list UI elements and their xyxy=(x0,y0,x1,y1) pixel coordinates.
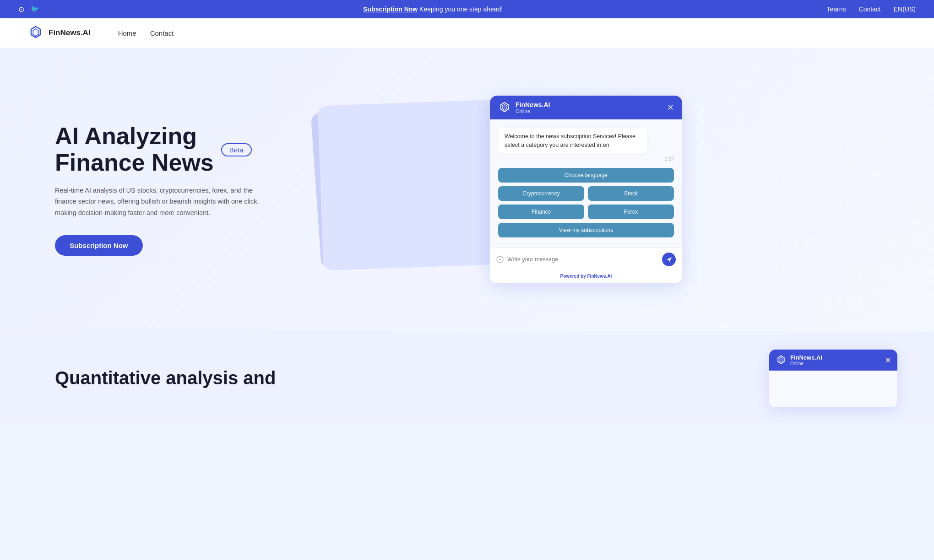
hero-cta-button[interactable]: Subscription Now xyxy=(55,235,143,256)
hero-title-line1: AI Analyzing xyxy=(55,123,214,149)
promo-banner: Subscription Now Keeping you one step ah… xyxy=(39,5,826,13)
chat-title: FinNews.AI xyxy=(516,101,550,108)
top-nav-contact[interactable]: Contact xyxy=(859,5,881,13)
top-nav-teams[interactable]: Tearns xyxy=(826,5,846,13)
chat-btn-subscriptions[interactable]: View my subscriptions xyxy=(498,223,674,237)
chat-mini-body xyxy=(769,371,897,407)
chat-header-left: FinNews.AI Online xyxy=(498,101,550,114)
hero-section: AI Analyzing Finance News Beta Real-time… xyxy=(0,48,934,331)
chat-send-button[interactable] xyxy=(662,253,676,266)
chat-header-mini: FinNews.AI Online ✕ xyxy=(769,350,897,371)
chat-mini-close-button[interactable]: ✕ xyxy=(885,356,891,365)
powered-prefix: Powered by xyxy=(560,274,587,279)
chat-bg-decoration-1 xyxy=(318,99,516,270)
hero-subtitle: Real-time AI analysis of US stocks, cryp… xyxy=(55,185,266,219)
chat-mini-title-block: FinNews.AI Online xyxy=(790,354,822,366)
hero-title-line2: Finance News xyxy=(55,150,214,176)
logo-text: FinNews.AI xyxy=(49,28,91,38)
chat-btn-finance[interactable]: Finance xyxy=(498,205,584,219)
powered-brand: FinNews.AI xyxy=(587,274,612,279)
hero-title-block: AI Analyzing Finance News xyxy=(55,123,214,175)
section2-title-line1: Quantitative analysis and xyxy=(55,368,276,388)
chat-title-block: FinNews.AI Online xyxy=(516,101,550,114)
nav-home[interactable]: Home xyxy=(118,29,136,37)
chat-mini-status: Online xyxy=(790,361,822,366)
chat-logo-icon xyxy=(498,101,511,114)
chat-btn-stock[interactable]: Stock xyxy=(588,186,674,201)
chat-btn-crypto[interactable]: Cryptocurrency xyxy=(498,186,584,201)
chat-footer xyxy=(490,248,682,271)
chat-powered: Powered by FinNews.AI xyxy=(490,271,682,283)
chat-btn-forex[interactable]: Forex xyxy=(588,205,674,219)
chat-mini-logo-icon xyxy=(776,355,787,366)
social-icons: ⊙ 🐦 xyxy=(18,5,39,14)
nav-links: Home Contact xyxy=(118,29,174,37)
section2-title: Quantitative analysis and xyxy=(55,368,879,388)
chat-mini-header-left: FinNews.AI Online xyxy=(776,354,822,366)
nav-contact[interactable]: Contact xyxy=(150,29,174,37)
chat-close-button[interactable]: ✕ xyxy=(667,102,674,113)
top-nav-lang[interactable]: EN(US) xyxy=(894,5,916,13)
chat-btn-row-2: Finance Forex xyxy=(498,205,674,219)
svg-point-1 xyxy=(499,258,501,260)
chat-widget-mini-container: FinNews.AI Online ✕ xyxy=(769,350,897,407)
globe-icon[interactable]: ⊙ xyxy=(18,5,24,14)
chat-widget-mini: FinNews.AI Online ✕ xyxy=(769,350,897,407)
chat-input[interactable] xyxy=(507,256,658,263)
chat-welcome-message: Welcome to the news subscription Service… xyxy=(498,128,647,154)
chat-status: Online xyxy=(516,108,550,114)
beta-badge: Beta xyxy=(221,143,252,156)
logo-icon xyxy=(27,25,44,41)
chat-btn-language[interactable]: Choose language xyxy=(498,168,674,183)
promo-text: Keeping you one step ahead! xyxy=(418,5,503,13)
main-nav: FinNews.AI Home Contact xyxy=(0,18,934,48)
top-nav-right: Tearns Contact EN(US) xyxy=(826,5,916,13)
chat-body: Welcome to the news subscription Service… xyxy=(490,119,682,248)
chat-message-time: 2:37 xyxy=(498,156,674,162)
send-icon xyxy=(666,257,672,263)
chat-widget: FinNews.AI Online ✕ Welcome to the news … xyxy=(490,96,682,284)
logo-area[interactable]: FinNews.AI xyxy=(27,25,91,41)
top-banner: ⊙ 🐦 Subscription Now Keeping you one ste… xyxy=(0,0,934,18)
chat-mini-title: FinNews.AI xyxy=(790,354,822,361)
twitter-icon[interactable]: 🐦 xyxy=(31,5,39,13)
chat-header: FinNews.AI Online ✕ xyxy=(490,96,682,119)
subscription-link[interactable]: Subscription Now xyxy=(363,5,418,13)
hero-left: AI Analyzing Finance News Beta Real-time… xyxy=(55,123,293,255)
hero-right: FinNews.AI Online ✕ Welcome to the news … xyxy=(293,93,879,285)
chat-input-icon xyxy=(496,256,504,263)
chat-btn-row-1: Cryptocurrency Stock xyxy=(498,186,674,201)
section2: Quantitative analysis and FinNews.AI Onl… xyxy=(0,331,934,423)
hero-title-row: AI Analyzing Finance News Beta xyxy=(55,123,293,175)
